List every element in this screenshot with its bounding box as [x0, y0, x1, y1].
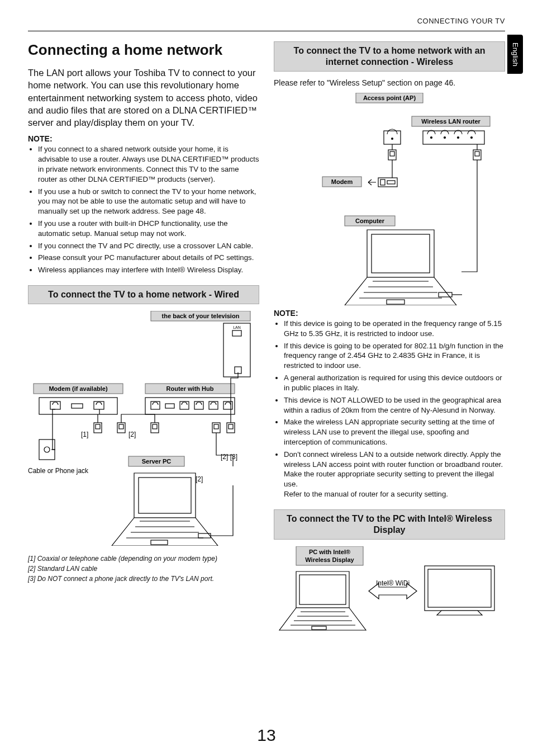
svg-rect-44 [390, 152, 394, 156]
note-item: Please consult your PC manufacturer abou… [38, 253, 259, 263]
svg-rect-25 [214, 424, 218, 429]
diagram-wireless: Access point (AP) Wireless LAN router [274, 93, 505, 306]
wlan-label: Wireless LAN router [421, 118, 480, 125]
note-item: If this device is going to be operated f… [284, 341, 505, 371]
section-header-widi: To connect the TV to the PC with Intel® … [274, 509, 505, 540]
note-item: Wireless appliances may interfere with I… [38, 265, 259, 275]
widi-pc-label-l2: Wireless Display [305, 556, 354, 563]
footnote-item: [3] Do NOT connect a phone jack directly… [28, 574, 259, 584]
svg-rect-19 [96, 424, 100, 429]
note-list-left: If you connect to a shared network outsi… [28, 144, 259, 275]
svg-point-42 [471, 137, 473, 139]
footnotes: [1] Coaxial or telephone cable (dependin… [28, 554, 259, 584]
note-item: A general authorization is required for … [284, 373, 505, 393]
page-number: 13 [0, 726, 533, 745]
running-header: CONNECTING YOUR TV [28, 17, 505, 25]
tv-back-label: the back of your television [162, 313, 240, 319]
ap-label: Access point (AP) [363, 94, 416, 101]
diagram-wired: the back of your television LAN Modem (i… [28, 311, 259, 547]
svg-rect-48 [378, 178, 397, 187]
footnote-item: [2] Standard LAN cable [28, 564, 259, 574]
widi-pc-label-l1: PC with Intel® [309, 549, 350, 555]
note-item: If you connect to a shared network outsi… [38, 144, 259, 184]
svg-rect-27 [229, 424, 233, 429]
diagram-widi: PC with Intel® Wireless Display Intel® W… [274, 546, 505, 637]
callout-1: [1] [81, 431, 88, 438]
wireless-ref-line: Please refer to "Wireless Setup" section… [274, 78, 505, 87]
note-item: If this device is going to be operated i… [284, 319, 505, 339]
modem-label-w: Modem [331, 178, 353, 185]
section-header-wired: To connect the TV to a home network - Wi… [28, 285, 259, 304]
callout-2a: [2] [129, 431, 136, 438]
computer-label: Computer [355, 218, 385, 224]
svg-rect-7 [39, 398, 117, 414]
note-heading-left: NOTE: [28, 134, 259, 143]
page-title: Connecting a home network [28, 41, 259, 59]
note-item: If you use a hub or switch to connect th… [38, 187, 259, 216]
svg-rect-11 [145, 398, 235, 414]
svg-rect-21 [119, 424, 123, 429]
note-item: Make the wireless LAN appropriate securi… [284, 417, 505, 447]
note-item: If you use a router with built-in DHCP f… [38, 219, 259, 239]
language-tab: English [507, 35, 523, 74]
left-column: Connecting a home network The LAN port a… [28, 41, 259, 637]
router-label: Router with Hub [166, 385, 214, 392]
note-item: Don't connect wireless LAN to a outside … [284, 450, 505, 499]
widi-arrow-label: Intel® WiDi [376, 579, 410, 587]
svg-point-41 [458, 137, 459, 139]
callout-2b: [2] [196, 475, 203, 483]
note-item: If you connect the TV and PC directly, u… [38, 241, 259, 251]
section-header-wireless: To connect the TV to a home network with… [274, 41, 505, 72]
svg-rect-58 [425, 566, 494, 611]
svg-rect-23 [153, 424, 157, 429]
svg-rect-1 [223, 323, 250, 377]
note-list-right: If this device is going to be operated i… [274, 319, 505, 499]
svg-rect-46 [475, 152, 479, 156]
note-heading-right: NOTE: [274, 309, 505, 318]
svg-point-40 [444, 137, 446, 139]
svg-point-39 [431, 137, 432, 139]
cable-jack-label: Cable or Phone jack [28, 467, 89, 475]
server-pc-label: Server PC [142, 458, 172, 465]
intro-paragraph: The LAN port allows your Toshiba TV to c… [28, 67, 259, 129]
modem-label: Modem (if available) [49, 385, 107, 392]
note-item: This device is NOT ALLOWED to be used in… [284, 395, 505, 415]
footnote-item: [1] Coaxial or telephone cable (dependin… [28, 554, 259, 564]
callout-23: [2] [3] [221, 453, 237, 461]
right-column: To connect the TV to a home network with… [274, 41, 505, 637]
svg-text:LAN: LAN [233, 325, 241, 329]
svg-point-37 [391, 138, 393, 140]
header-rule [28, 31, 505, 31]
